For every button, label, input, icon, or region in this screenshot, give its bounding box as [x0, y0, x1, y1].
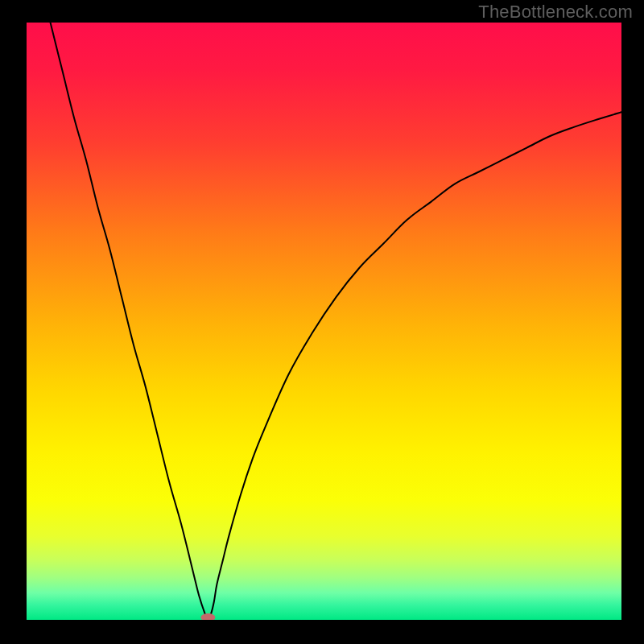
gradient-background [27, 23, 621, 620]
chart-svg [27, 23, 621, 620]
plot-area [27, 23, 621, 620]
chart-frame: TheBottleneck.com [0, 0, 644, 644]
watermark-text: TheBottleneck.com [478, 2, 633, 23]
